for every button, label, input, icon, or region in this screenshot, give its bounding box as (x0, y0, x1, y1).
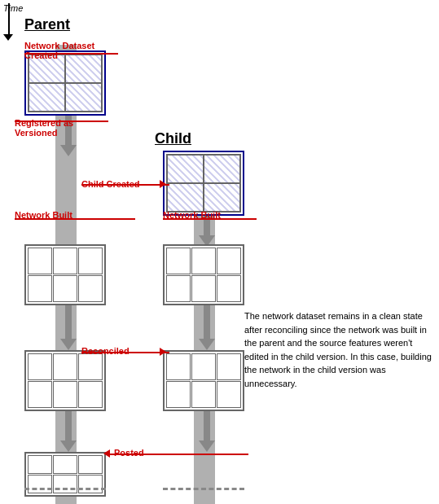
event-label-nb-child: Network Built (163, 210, 221, 220)
diagram: Time Parent Child (0, 0, 439, 504)
posted-arrow-left (103, 449, 110, 458)
parent-arrow-2 (60, 305, 77, 350)
event-label-child-created: Child Created (81, 179, 140, 189)
event-label-posted: Posted (114, 448, 144, 458)
child-arrow-3 (199, 411, 215, 452)
event-label-nb-parent: Network Built (15, 210, 72, 220)
parent-network-dataset-box (24, 50, 106, 116)
parent-arrow-3 (60, 411, 77, 452)
reconciled-arrow (160, 348, 166, 356)
child-arrow-2 (199, 305, 215, 350)
child-created-arrow (160, 180, 166, 188)
parent-column-label: Parent (24, 16, 70, 33)
description-text: The network dataset remains in a clean s… (244, 309, 432, 390)
event-label-registered: Registered asVersioned (15, 118, 73, 138)
parent-grid-box-1 (24, 244, 106, 305)
parent-grid-box-2 (24, 350, 106, 411)
child-grid-box-2 (163, 350, 244, 411)
event-line-posted-ext (175, 454, 248, 455)
time-arrow-head (3, 34, 13, 41)
dashed-bottom-parent (24, 488, 106, 504)
child-arrow-1 (199, 216, 215, 247)
time-label: Time (3, 3, 23, 13)
dashed-bottom-child (163, 488, 244, 504)
event-label-nd-created: Network DatasetCreated (24, 41, 94, 60)
child-network-dataset-box (163, 151, 244, 216)
event-label-reconciled: Reconciled (81, 346, 130, 356)
child-grid-box-1 (163, 244, 244, 305)
child-column-label: Child (155, 130, 191, 147)
time-arrow (8, 3, 10, 36)
